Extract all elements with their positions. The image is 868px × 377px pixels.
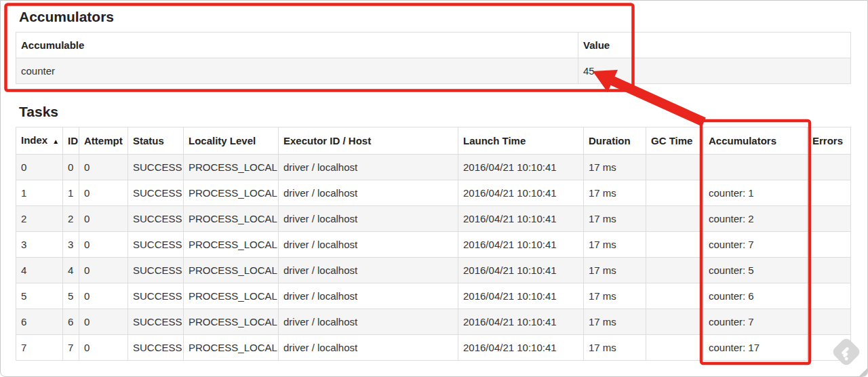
task-cell-status: SUCCESS bbox=[128, 180, 184, 206]
task-cell-attempt: 0 bbox=[79, 206, 128, 232]
column-header-gc-time[interactable]: GC Time bbox=[646, 127, 704, 155]
task-cell-accumulators: counter: 7 bbox=[704, 309, 808, 335]
task-cell-gc bbox=[646, 335, 704, 361]
task-cell-attempt: 0 bbox=[79, 309, 128, 335]
task-cell-id: 4 bbox=[63, 258, 79, 283]
task-cell-attempt: 0 bbox=[79, 283, 128, 309]
task-cell-attempt: 0 bbox=[79, 180, 128, 206]
task-cell-gc bbox=[646, 309, 704, 335]
task-cell-status: SUCCESS bbox=[128, 155, 184, 180]
task-cell-gc bbox=[646, 206, 704, 232]
task-cell-launch: 2016/04/21 10:10:41 bbox=[458, 309, 584, 335]
task-cell-executor: driver / localhost bbox=[279, 206, 458, 232]
task-cell-locality: PROCESS_LOCAL bbox=[184, 206, 279, 232]
task-row: 110SUCCESSPROCESS_LOCALdriver / localhos… bbox=[16, 180, 851, 206]
column-header-status[interactable]: Status bbox=[128, 127, 184, 155]
task-cell-locality: PROCESS_LOCAL bbox=[184, 258, 279, 283]
task-cell-attempt: 0 bbox=[79, 335, 128, 361]
task-cell-accumulators: counter: 7 bbox=[704, 232, 808, 258]
task-cell-launch: 2016/04/21 10:10:41 bbox=[458, 335, 584, 361]
task-cell-executor: driver / localhost bbox=[279, 155, 458, 180]
task-cell-gc bbox=[646, 258, 704, 283]
task-cell-id: 1 bbox=[63, 180, 79, 206]
tasks-heading: Tasks bbox=[19, 104, 849, 119]
task-cell-attempt: 0 bbox=[79, 232, 128, 258]
task-cell-executor: driver / localhost bbox=[279, 258, 458, 283]
task-cell-launch: 2016/04/21 10:10:41 bbox=[458, 180, 584, 206]
task-cell-gc bbox=[646, 283, 704, 309]
accumulator-row: counter 45 bbox=[16, 58, 851, 84]
task-cell-id: 3 bbox=[63, 232, 79, 258]
task-cell-id: 2 bbox=[63, 206, 79, 232]
column-header-errors[interactable]: Errors bbox=[808, 127, 851, 155]
task-row: 770SUCCESSPROCESS_LOCALdriver / localhos… bbox=[16, 335, 851, 361]
task-cell-gc bbox=[646, 180, 704, 206]
task-cell-locality: PROCESS_LOCAL bbox=[184, 335, 279, 361]
task-cell-index: 5 bbox=[16, 283, 63, 309]
task-cell-index: 3 bbox=[16, 232, 63, 258]
column-header-accumulators[interactable]: Accumulators bbox=[704, 127, 808, 155]
task-cell-duration: 17 ms bbox=[584, 335, 646, 361]
task-cell-duration: 17 ms bbox=[584, 232, 646, 258]
task-cell-status: SUCCESS bbox=[128, 283, 184, 309]
task-cell-launch: 2016/04/21 10:10:41 bbox=[458, 283, 584, 309]
task-cell-errors bbox=[808, 335, 851, 361]
task-cell-launch: 2016/04/21 10:10:41 bbox=[458, 155, 584, 180]
task-cell-accumulators: counter: 17 bbox=[704, 335, 808, 361]
task-cell-executor: driver / localhost bbox=[279, 232, 458, 258]
accumulable-name-cell: counter bbox=[16, 58, 578, 84]
task-cell-errors bbox=[808, 283, 851, 309]
task-cell-accumulators: counter: 1 bbox=[704, 180, 808, 206]
column-header-attempt[interactable]: Attempt bbox=[79, 127, 128, 155]
task-cell-duration: 17 ms bbox=[584, 258, 646, 283]
task-cell-locality: PROCESS_LOCAL bbox=[184, 283, 279, 309]
task-cell-executor: driver / localhost bbox=[279, 335, 458, 361]
tasks-table-body: 000SUCCESSPROCESS_LOCALdriver / localhos… bbox=[16, 155, 851, 361]
task-row: 660SUCCESSPROCESS_LOCALdriver / localhos… bbox=[16, 309, 851, 335]
sort-ascending-icon: ▲ bbox=[52, 138, 59, 145]
spark-stage-page: Accumulators Accumulable Value counter 4… bbox=[0, 0, 868, 377]
task-cell-id: 0 bbox=[63, 155, 79, 180]
column-header-index[interactable]: Index▲ bbox=[16, 127, 63, 155]
tasks-header-row: Index▲IDAttemptStatusLocality LevelExecu… bbox=[16, 127, 851, 155]
task-cell-status: SUCCESS bbox=[128, 206, 184, 232]
task-cell-duration: 17 ms bbox=[584, 283, 646, 309]
accumulable-value-cell: 45 bbox=[578, 58, 851, 84]
task-row: 550SUCCESSPROCESS_LOCALdriver / localhos… bbox=[16, 283, 851, 309]
column-header-accumulable[interactable]: Accumulable bbox=[16, 33, 578, 58]
task-cell-errors bbox=[808, 309, 851, 335]
task-cell-duration: 17 ms bbox=[584, 155, 646, 180]
tasks-table: Index▲IDAttemptStatusLocality LevelExecu… bbox=[16, 127, 851, 361]
task-cell-status: SUCCESS bbox=[128, 335, 184, 361]
task-cell-locality: PROCESS_LOCAL bbox=[184, 309, 279, 335]
task-cell-executor: driver / localhost bbox=[279, 309, 458, 335]
column-header-executor-id-host[interactable]: Executor ID / Host bbox=[279, 127, 458, 155]
task-cell-id: 7 bbox=[63, 335, 79, 361]
task-cell-index: 7 bbox=[16, 335, 63, 361]
task-cell-duration: 17 ms bbox=[584, 309, 646, 335]
task-cell-index: 0 bbox=[16, 155, 63, 180]
task-row: 330SUCCESSPROCESS_LOCALdriver / localhos… bbox=[16, 232, 851, 258]
task-cell-launch: 2016/04/21 10:10:41 bbox=[458, 232, 584, 258]
task-cell-errors bbox=[808, 232, 851, 258]
page-content: Accumulators Accumulable Value counter 4… bbox=[1, 1, 867, 361]
task-cell-locality: PROCESS_LOCAL bbox=[184, 155, 279, 180]
column-header-locality-level[interactable]: Locality Level bbox=[184, 127, 279, 155]
task-cell-gc bbox=[646, 155, 704, 180]
task-cell-executor: driver / localhost bbox=[279, 180, 458, 206]
task-cell-accumulators: counter: 5 bbox=[704, 258, 808, 283]
task-cell-index: 6 bbox=[16, 309, 63, 335]
task-cell-errors bbox=[808, 206, 851, 232]
task-cell-launch: 2016/04/21 10:10:41 bbox=[458, 206, 584, 232]
accumulators-table: Accumulable Value counter 45 bbox=[16, 32, 851, 84]
accumulators-heading: Accumulators bbox=[19, 9, 849, 24]
column-header-id[interactable]: ID bbox=[63, 127, 79, 155]
task-cell-gc bbox=[646, 232, 704, 258]
column-header-launch-time[interactable]: Launch Time bbox=[458, 127, 584, 155]
column-header-duration[interactable]: Duration bbox=[584, 127, 646, 155]
task-cell-index: 1 bbox=[16, 180, 63, 206]
task-cell-status: SUCCESS bbox=[128, 309, 184, 335]
column-header-value[interactable]: Value bbox=[578, 33, 851, 58]
task-cell-attempt: 0 bbox=[79, 258, 128, 283]
task-cell-duration: 17 ms bbox=[584, 206, 646, 232]
